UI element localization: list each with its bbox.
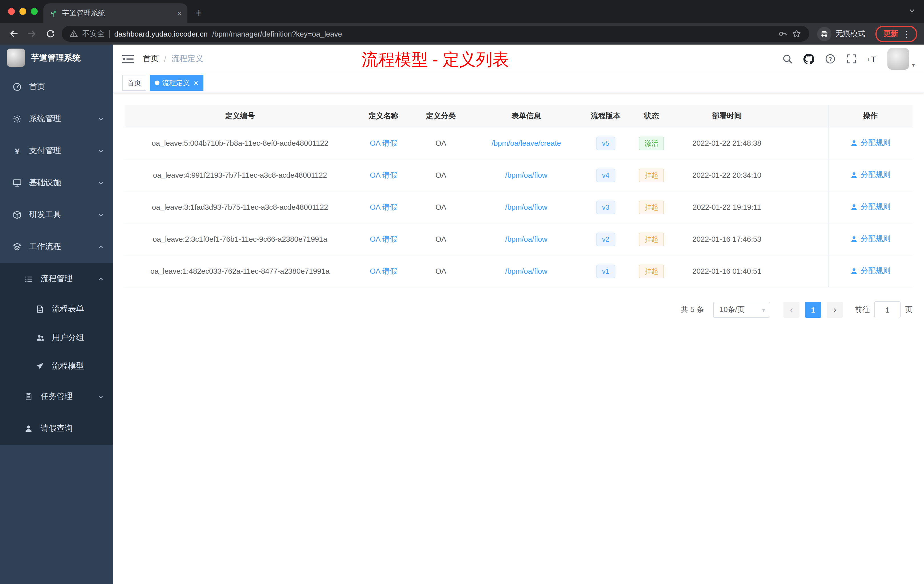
hamburger-icon[interactable] [122, 54, 134, 64]
incognito-icon [817, 26, 832, 41]
password-key-icon[interactable] [778, 29, 787, 38]
form-info-link[interactable]: /bpm/oa/flow [505, 267, 547, 276]
table-row: oa_leave:4:991f2193-7b7f-11ec-a3c8-acde4… [125, 159, 912, 191]
cell-definition-id: oa_leave:2:3c1f0ef1-76b1-11ec-9c66-a2380… [125, 223, 355, 255]
sidebar-item-home[interactable]: 首页 [0, 71, 113, 103]
assign-rule-link[interactable]: 分配规则 [851, 170, 891, 180]
version-badge: v3 [596, 200, 615, 214]
tab-list-chevron-icon[interactable] [908, 7, 916, 15]
form-info-link[interactable]: /bpm/oa/flow [505, 203, 547, 211]
screen: 芋道管理系统 × + 不安全 d [0, 0, 924, 584]
user-menu[interactable]: ▾ [888, 48, 915, 70]
definition-name-link[interactable]: OA 请假 [370, 139, 397, 147]
help-icon[interactable]: ? [825, 54, 835, 64]
paper-plane-icon [34, 362, 46, 370]
page-size-select[interactable]: 10条/页 ▾ [713, 302, 770, 318]
sidebar-item-workflow[interactable]: 工作流程 [0, 231, 113, 263]
clipboard-icon [23, 393, 34, 401]
column-definition-id: 定义编号 [125, 105, 355, 127]
assign-rule-link[interactable]: 分配规则 [851, 202, 891, 212]
incognito-badge: 无痕模式 [817, 26, 865, 41]
assign-rule-link[interactable]: 分配规则 [851, 234, 891, 244]
security-label[interactable]: 不安全 [82, 28, 105, 39]
page-size-value: 10条/页 [719, 305, 762, 315]
current-page-button[interactable]: 1 [805, 302, 821, 318]
workflow-submenu: 流程管理 流程表单 用户分组 [0, 263, 113, 445]
tab-favicon-icon [49, 9, 58, 17]
tag-process-definition[interactable]: 流程定义 × [150, 75, 203, 91]
bookmark-star-icon[interactable] [792, 29, 801, 38]
fullscreen-icon[interactable] [846, 54, 856, 64]
goto-page-input[interactable] [874, 301, 901, 318]
window-zoom-button[interactable] [31, 8, 38, 15]
sidebar-item-devtools[interactable]: 研发工具 [0, 199, 113, 231]
definition-name-link[interactable]: OA 请假 [370, 267, 397, 275]
cell-filler [780, 127, 828, 159]
cell-category: OA [411, 223, 470, 255]
main-area: 首页 / 流程定义 流程模型 - 定义列表 ? [113, 45, 924, 584]
sidebar-item-process-management[interactable]: 流程管理 [0, 263, 113, 295]
assign-rule-label: 分配规则 [861, 202, 891, 212]
cell-deploy-time: 2022-01-22 21:48:38 [674, 127, 780, 159]
cell-filler [780, 191, 828, 223]
search-icon[interactable] [782, 54, 792, 64]
sidebar-item-infrastructure[interactable]: 基础设施 [0, 167, 113, 199]
update-chip[interactable]: 更新 ⋮ [875, 25, 917, 42]
prev-page-button[interactable]: ‹ [784, 302, 799, 318]
sidebar-item-process-form[interactable]: 流程表单 [0, 295, 113, 323]
assign-rule-link[interactable]: 分配规则 [851, 138, 891, 148]
new-tab-button[interactable]: + [191, 5, 207, 21]
form-info-link[interactable]: /bpm/oa/leave/create [492, 139, 561, 147]
back-icon[interactable] [7, 27, 21, 41]
tag-close-icon[interactable]: × [194, 79, 198, 87]
form-info-link[interactable]: /bpm/oa/flow [505, 171, 547, 180]
svg-text:?: ? [828, 56, 832, 62]
window-close-button[interactable] [8, 8, 15, 15]
window-controls [8, 8, 38, 15]
breadcrumb-home[interactable]: 首页 [143, 54, 159, 64]
list-icon [23, 275, 34, 283]
cell-deploy-time: 2022-01-16 17:46:53 [674, 223, 780, 255]
sidebar-item-system[interactable]: 系统管理 [0, 103, 113, 135]
browser-menu-icon[interactable]: ⋮ [902, 30, 911, 38]
sidebar-item-payment[interactable]: ¥ 支付管理 [0, 135, 113, 167]
assign-rule-link[interactable]: 分配规则 [851, 266, 891, 276]
page-content: 定义编号 定义名称 定义分类 表单信息 流程版本 状态 部署时间 操作 [113, 93, 924, 584]
sidebar-item-task-management[interactable]: 任务管理 [0, 381, 113, 412]
sidebar-item-label: 流程模型 [52, 361, 84, 371]
version-badge: v2 [596, 232, 615, 246]
status-badge: 挂起 [639, 264, 664, 278]
app-navbar: 首页 / 流程定义 流程模型 - 定义列表 ? [113, 45, 924, 73]
browser-tab[interactable]: 芋道管理系统 × [43, 3, 187, 23]
definition-name-link[interactable]: OA 请假 [370, 171, 397, 179]
definition-name-link[interactable]: OA 请假 [370, 203, 397, 211]
forward-icon[interactable] [25, 27, 39, 41]
update-label[interactable]: 更新 [883, 28, 898, 39]
sidebar-item-leave-query[interactable]: 请假查询 [0, 412, 113, 445]
definition-name-link[interactable]: OA 请假 [370, 234, 397, 243]
chevron-down-icon [98, 212, 104, 218]
browser-toolbar: 不安全 dashboard.yudao.iocoder.cn /bpm/mana… [0, 23, 924, 45]
column-status: 状态 [629, 105, 674, 127]
cell-definition-id: oa_leave:1:482ec033-762a-11ec-8477-a2380… [125, 255, 355, 287]
tag-home[interactable]: 首页 [122, 75, 146, 91]
goto-label: 前往 [855, 305, 870, 315]
person-icon [851, 236, 858, 243]
status-badge: 挂起 [639, 200, 664, 214]
address-bar[interactable]: 不安全 dashboard.yudao.iocoder.cn /bpm/mana… [62, 26, 809, 42]
cell-deploy-time: 2022-01-22 20:34:10 [674, 159, 780, 191]
font-size-icon[interactable]: тT [868, 54, 876, 64]
sidebar-item-user-group[interactable]: 用户分组 [0, 323, 113, 352]
form-info-link[interactable]: /bpm/oa/flow [505, 235, 547, 243]
sidebar-item-process-model[interactable]: 流程模型 [0, 352, 113, 381]
window-minimize-button[interactable] [20, 8, 26, 15]
tags-view-bar: 首页 流程定义 × [113, 73, 924, 93]
person-icon [23, 425, 34, 432]
github-icon[interactable] [804, 53, 814, 64]
reload-icon[interactable] [43, 27, 57, 41]
column-form-info: 表单信息 [470, 105, 582, 127]
tab-close-icon[interactable]: × [177, 9, 182, 17]
avatar[interactable] [888, 48, 909, 70]
next-page-button[interactable]: › [827, 302, 843, 318]
gear-icon [12, 114, 23, 124]
